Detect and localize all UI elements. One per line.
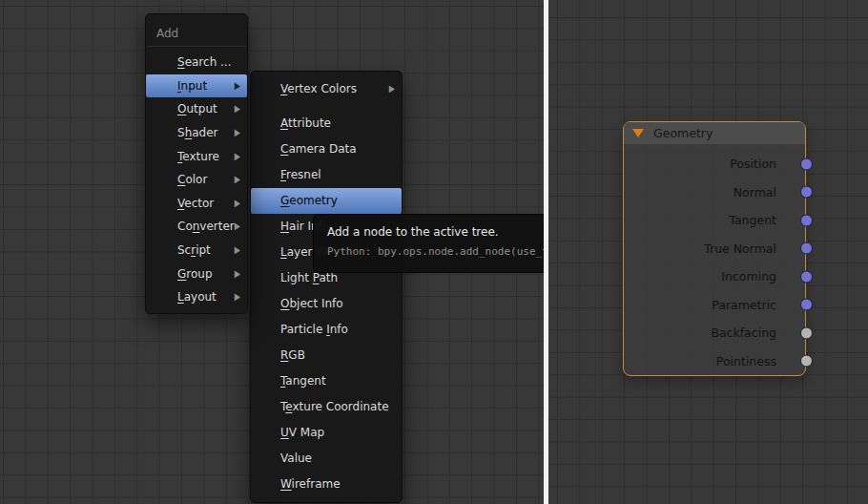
menu-item-search[interactable]: Search ... bbox=[146, 51, 247, 74]
menu-item-label: Particle Info bbox=[280, 323, 348, 336]
menu-item-converter[interactable]: Converter ▶ bbox=[146, 215, 247, 239]
submenu-item-rgb[interactable]: RGB bbox=[251, 343, 402, 368]
submenu-arrow-icon: ▶ bbox=[235, 221, 240, 231]
node-output-tangent: Tangent bbox=[624, 206, 805, 235]
menu-item-input[interactable]: Input ▶ bbox=[146, 74, 247, 98]
menu-item-label: RGB bbox=[280, 348, 305, 362]
menu-item-label: Layout bbox=[177, 290, 217, 304]
menu-item-label: UV Map bbox=[280, 426, 324, 439]
menu-item-label: Converter bbox=[177, 220, 235, 233]
add-menu: Add Search ... Input ▶ Output ▶ Shader ▶… bbox=[145, 13, 248, 314]
output-label: Parametric bbox=[712, 298, 776, 312]
submenu-item-particle-info[interactable]: Particle Info bbox=[251, 317, 402, 343]
socket-pointiness[interactable] bbox=[800, 355, 813, 368]
socket-incoming[interactable] bbox=[800, 270, 813, 283]
output-label: Normal bbox=[734, 185, 776, 200]
geometry-node[interactable]: Geometry Position Normal Tangent True No… bbox=[623, 121, 806, 376]
submenu-item-texture-coordinate[interactable]: Texture Coordinate bbox=[251, 394, 402, 420]
output-label: Backfacing bbox=[711, 326, 776, 340]
submenu-item-object-info[interactable]: Object Info bbox=[251, 291, 402, 317]
submenu-item-vertex-colors[interactable]: Vertex Colors ▶ bbox=[251, 75, 402, 101]
submenu-arrow-icon: ▶ bbox=[235, 175, 240, 184]
socket-normal[interactable] bbox=[800, 186, 813, 199]
menu-separator bbox=[147, 46, 246, 47]
socket-true-normal[interactable] bbox=[800, 242, 813, 255]
menu-item-label: Input bbox=[177, 79, 207, 93]
menu-item-label: Search ... bbox=[177, 55, 232, 69]
submenu-arrow-icon: ▶ bbox=[235, 292, 240, 302]
menu-item-layout[interactable]: Layout ▶ bbox=[146, 285, 247, 309]
menu-item-label: Output bbox=[177, 102, 217, 116]
menu-item-label: Script bbox=[177, 243, 211, 257]
menu-item-label: Vertex Colors bbox=[280, 82, 357, 95]
node-title: Geometry bbox=[653, 126, 713, 140]
menu-item-script[interactable]: Script ▶ bbox=[146, 239, 247, 262]
socket-parametric[interactable] bbox=[800, 299, 813, 311]
socket-backfacing[interactable] bbox=[800, 326, 813, 339]
submenu-item-value[interactable]: Value bbox=[251, 446, 402, 472]
socket-tangent[interactable] bbox=[800, 214, 813, 226]
menu-item-label: Color bbox=[177, 173, 207, 186]
menu-item-label: Tangent bbox=[280, 374, 326, 388]
menu-item-output[interactable]: Output ▶ bbox=[146, 97, 247, 121]
submenu-item-tangent[interactable]: Tangent bbox=[251, 368, 402, 394]
menu-item-label: Texture Coordinate bbox=[280, 400, 389, 413]
output-label: True Normal bbox=[704, 242, 776, 256]
tooltip: Add a node to the active tree. Python: b… bbox=[313, 214, 544, 273]
input-submenu: Vertex Colors ▶ Attribute Camera Data Fr… bbox=[250, 71, 403, 503]
menu-item-label: Group bbox=[177, 267, 213, 281]
submenu-arrow-icon: ▶ bbox=[235, 269, 240, 279]
panel-divider[interactable] bbox=[544, 0, 548, 504]
output-label: Tangent bbox=[729, 213, 776, 227]
menu-item-label: Shader bbox=[177, 126, 218, 139]
menu-item-color[interactable]: Color ▶ bbox=[146, 168, 247, 192]
submenu-arrow-icon: ▶ bbox=[235, 152, 240, 161]
node-output-pointiness: Pointiness bbox=[624, 347, 805, 376]
submenu-item-uv-map[interactable]: UV Map bbox=[251, 420, 402, 446]
node-output-parametric: Parametric bbox=[624, 291, 805, 320]
node-editor-canvas-left[interactable]: Add Search ... Input ▶ Output ▶ Shader ▶… bbox=[0, 0, 544, 504]
menu-item-shader[interactable]: Shader ▶ bbox=[146, 121, 247, 145]
menu-item-label: Value bbox=[280, 452, 312, 465]
output-label: Pointiness bbox=[716, 354, 776, 368]
submenu-arrow-icon: ▶ bbox=[389, 84, 395, 94]
submenu-arrow-icon: ▶ bbox=[235, 81, 240, 91]
node-editor-canvas-right[interactable]: Geometry Position Normal Tangent True No… bbox=[548, 0, 868, 504]
menu-item-texture[interactable]: Texture ▶ bbox=[146, 144, 247, 168]
output-label: Incoming bbox=[721, 269, 776, 284]
node-output-backfacing: Backfacing bbox=[624, 319, 805, 347]
node-output-normal: Normal bbox=[624, 178, 805, 207]
output-label: Position bbox=[730, 157, 776, 171]
submenu-item-fresnel[interactable]: Fresnel bbox=[251, 162, 402, 188]
submenu-item-wireframe[interactable]: Wireframe bbox=[251, 472, 402, 497]
menu-item-label: Attribute bbox=[280, 116, 331, 130]
menu-separator bbox=[251, 101, 402, 111]
menu-item-vector[interactable]: Vector ▶ bbox=[146, 192, 247, 216]
menu-item-label: Camera Data bbox=[280, 142, 357, 156]
menu-item-label: Light Path bbox=[280, 271, 338, 284]
node-output-position: Position bbox=[624, 150, 805, 178]
menu-item-label: Geometry bbox=[280, 194, 338, 207]
tooltip-text: Add a node to the active tree. bbox=[327, 225, 544, 239]
node-output-incoming: Incoming bbox=[624, 262, 805, 291]
tooltip-python-hint: Python: bpy.ops.node.add_node(use_t bbox=[327, 245, 544, 258]
node-header[interactable]: Geometry bbox=[624, 122, 805, 145]
submenu-item-camera-data[interactable]: Camera Data bbox=[251, 136, 402, 162]
submenu-item-geometry[interactable]: Geometry bbox=[251, 188, 402, 214]
menu-item-label: Object Info bbox=[280, 297, 343, 310]
node-body: Position Normal Tangent True Normal Inco… bbox=[624, 145, 805, 375]
menu-item-label: Vector bbox=[177, 197, 214, 210]
add-menu-title: Add bbox=[146, 14, 247, 46]
menu-item-label: Wireframe bbox=[280, 477, 341, 491]
submenu-arrow-icon: ▶ bbox=[235, 104, 240, 114]
socket-position[interactable] bbox=[800, 158, 813, 170]
collapse-triangle-icon[interactable] bbox=[632, 129, 644, 137]
submenu-arrow-icon: ▶ bbox=[235, 128, 240, 137]
node-output-true-normal: True Normal bbox=[624, 235, 805, 263]
menu-item-group[interactable]: Group ▶ bbox=[146, 262, 247, 285]
submenu-item-attribute[interactable]: Attribute bbox=[251, 111, 402, 136]
submenu-arrow-icon: ▶ bbox=[235, 199, 240, 208]
submenu-arrow-icon: ▶ bbox=[235, 245, 240, 255]
menu-item-label: Fresnel bbox=[280, 168, 321, 181]
menu-item-label: Texture bbox=[177, 150, 219, 163]
